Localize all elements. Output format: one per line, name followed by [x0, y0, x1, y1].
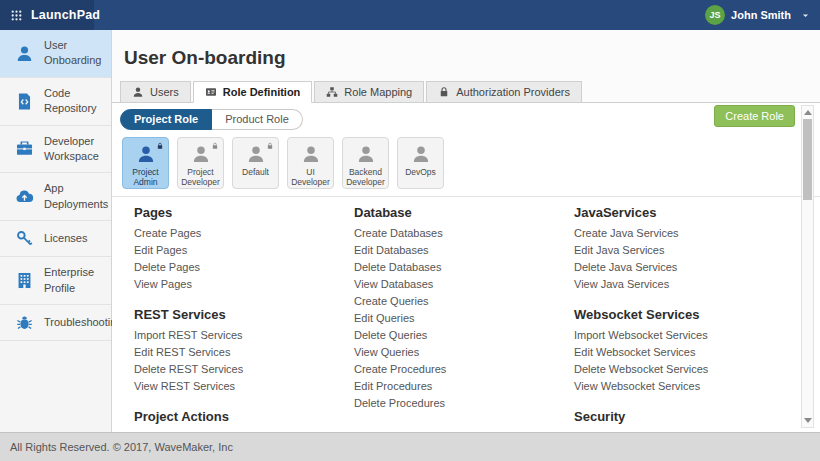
main-content: User On-boarding UsersRole DefinitionRol… — [112, 30, 820, 432]
role-user-icon — [136, 144, 156, 164]
user-icon — [15, 44, 34, 63]
sidebar: User OnboardingCode RepositoryDeveloper … — [0, 30, 112, 432]
permissions-grid: PagesCreate PagesEdit PagesDelete PagesV… — [112, 197, 820, 429]
role-user-icon — [191, 144, 211, 164]
user-icon — [132, 86, 144, 98]
permission-group-javaservices: JavaServicesCreate Java ServicesEdit Jav… — [574, 205, 708, 293]
permission-group-heading: Pages — [134, 205, 354, 221]
user-icon — [411, 144, 431, 164]
permission-item: View Queries — [354, 344, 574, 361]
sidebar-item-label: Licenses — [44, 231, 106, 246]
permission-group-rest-services: REST ServicesImport REST ServicesEdit RE… — [134, 307, 354, 395]
scroll-up-arrow[interactable] — [804, 110, 812, 115]
sidebar-item-troubleshooting[interactable]: Troubleshooting — [0, 305, 111, 341]
sidebar-item-label: Enterprise Profile — [44, 265, 106, 296]
app-grid-icon[interactable] — [10, 9, 23, 22]
permission-item: Edit Websocket Services — [574, 344, 708, 361]
sidebar-item-user-onboarding[interactable]: User Onboarding — [0, 30, 111, 78]
tab-users[interactable]: Users — [120, 81, 191, 103]
permission-group-project-actions: Project Actions — [134, 409, 354, 425]
tab-role-mapping[interactable]: Role Mapping — [314, 81, 424, 103]
role-card-label: Default — [234, 167, 278, 177]
role-card-label: Backend Developer — [344, 167, 388, 187]
sidebar-item-developer-workspace[interactable]: Developer Workspace — [0, 126, 111, 174]
permission-item: Create Java Services — [574, 225, 708, 242]
role-card-ui-developer[interactable]: UI Developer — [287, 137, 334, 189]
user-icon — [356, 144, 376, 164]
user-icon — [246, 144, 266, 164]
sitemap-icon — [326, 86, 338, 98]
user-menu[interactable]: JS John Smith — [705, 0, 810, 30]
role-card-list: Project AdminProject DeveloperDefaultUI … — [112, 133, 820, 189]
vertical-scrollbar[interactable] — [801, 105, 814, 428]
sidebar-item-code-repository[interactable]: Code Repository — [0, 78, 111, 126]
permission-item: View REST Services — [134, 378, 354, 395]
permission-item: Create Pages — [134, 225, 354, 242]
permission-group-heading: Project Actions — [134, 409, 354, 425]
toggle-project-role[interactable]: Project Role — [120, 109, 212, 130]
permission-column: PagesCreate PagesEdit PagesDelete PagesV… — [134, 197, 354, 429]
permission-group-heading: REST Services — [134, 307, 354, 323]
permission-item: Delete Databases — [354, 259, 574, 276]
scroll-down-arrow[interactable] — [804, 418, 812, 423]
user-icon — [191, 144, 211, 164]
lock-icon — [438, 86, 450, 98]
sidebar-item-licenses[interactable]: Licenses — [0, 221, 111, 257]
permission-group-database: DatabaseCreate DatabasesEdit DatabasesDe… — [354, 205, 574, 412]
key-icon — [15, 229, 34, 248]
sidebar-item-label: App Deployments — [44, 181, 106, 212]
app-title: LaunchPad — [31, 8, 100, 22]
role-card-label: UI Developer — [289, 167, 333, 187]
permission-group-heading: Security — [574, 409, 708, 425]
role-card-project-developer[interactable]: Project Developer — [177, 137, 224, 189]
permission-column: DatabaseCreate DatabasesEdit DatabasesDe… — [354, 197, 574, 429]
scrollbar-thumb[interactable] — [803, 119, 812, 200]
user-icon — [301, 144, 321, 164]
permission-item: View Java Services — [574, 276, 708, 293]
lock-icon — [266, 142, 274, 150]
permission-item: Edit REST Services — [134, 344, 354, 361]
permission-item: Delete REST Services — [134, 361, 354, 378]
chevron-down-icon — [801, 11, 810, 20]
briefcase-icon — [15, 139, 34, 158]
app-header: LaunchPad JS John Smith — [0, 0, 820, 30]
role-card-default[interactable]: Default — [232, 137, 279, 189]
avatar: JS — [705, 5, 725, 25]
copyright-text: All Rights Reserved. © 2017, WaveMaker, … — [10, 441, 233, 453]
permission-item: View Websocket Services — [574, 378, 708, 395]
role-user-icon — [246, 144, 266, 164]
id-card-icon — [205, 86, 217, 98]
sidebar-item-enterprise-profile[interactable]: Enterprise Profile — [0, 257, 111, 305]
page-title: User On-boarding — [112, 30, 820, 69]
role-card-devops[interactable]: DevOps — [397, 137, 444, 189]
sidebar-list: User OnboardingCode RepositoryDeveloper … — [0, 30, 111, 341]
toggle-product-role[interactable]: Product Role — [212, 109, 303, 130]
permission-group-heading: JavaServices — [574, 205, 708, 221]
user-icon — [136, 144, 156, 164]
cloud-upload-icon — [15, 187, 34, 206]
app-logo-block: LaunchPad — [0, 0, 94, 30]
tab-label: Role Definition — [223, 86, 301, 98]
lock-icon — [211, 142, 219, 150]
create-role-button[interactable]: Create Role — [714, 105, 795, 127]
sidebar-item-app-deployments[interactable]: App Deployments — [0, 173, 111, 221]
permission-item: View Databases — [354, 276, 574, 293]
permission-item: Delete Pages — [134, 259, 354, 276]
role-user-icon — [301, 144, 321, 164]
sidebar-item-label: User Onboarding — [44, 38, 106, 69]
role-card-backend-developer[interactable]: Backend Developer — [342, 137, 389, 189]
role-card-project-admin[interactable]: Project Admin — [122, 137, 169, 189]
code-file-icon — [15, 92, 34, 111]
bug-icon — [15, 313, 34, 332]
tab-label: Role Mapping — [344, 86, 412, 98]
role-definition-panel: Project RoleProduct Role Create Role Pro… — [112, 103, 820, 432]
building-icon — [15, 271, 34, 290]
tab-label: Users — [150, 86, 179, 98]
permission-item: Edit Pages — [134, 242, 354, 259]
permission-item: Import REST Services — [134, 327, 354, 344]
tab-label: Authorization Providers — [456, 86, 570, 98]
sidebar-item-label: Developer Workspace — [44, 134, 106, 165]
permission-item: View Pages — [134, 276, 354, 293]
tab-role-definition[interactable]: Role Definition — [193, 81, 313, 103]
tab-authorization-providers[interactable]: Authorization Providers — [426, 81, 582, 103]
